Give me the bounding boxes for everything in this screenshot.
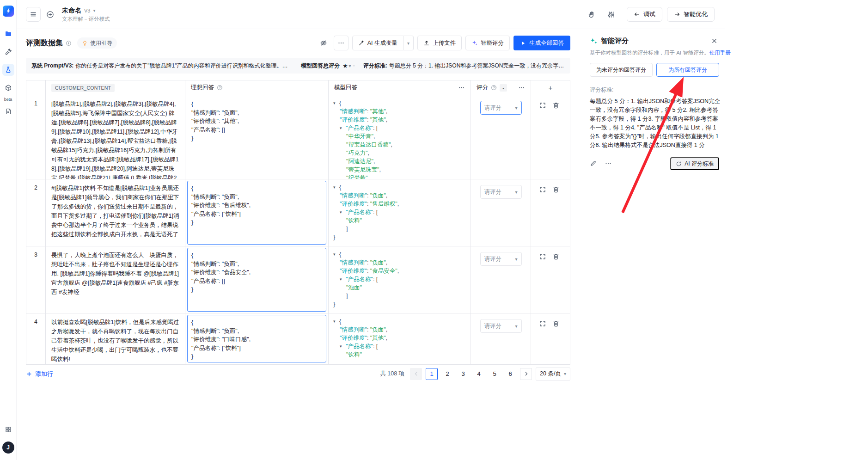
customer-content-cell[interactable]: #[脱敏品牌1]饮料 不知道是[脱敏品牌1]业务员黑还是[脱敏品牌1]领导黑心，…: [46, 179, 185, 246]
json-token: "中华牙膏": [346, 133, 373, 140]
ai-generate-variable-caret-button[interactable]: ▾: [403, 36, 414, 50]
page-button-5[interactable]: 5: [489, 368, 501, 380]
json-token: : [: [373, 209, 378, 215]
score-cell: 请评分 ▾: [471, 95, 531, 179]
prev-page-button[interactable]: [410, 368, 422, 380]
json-token: "其他": [370, 335, 386, 341]
delete-row-icon[interactable]: [552, 186, 560, 193]
model-answer-cell[interactable]: ▾{"情感判断": "其他","评价维度": "其他",▾"产品名称": ["中…: [329, 95, 471, 179]
ideal-answer-box[interactable]: { "情感判断": "负面", "评价维度": "口味口感", "产品名称": …: [187, 315, 326, 362]
tree-collapse-icon[interactable]: ▾: [333, 183, 339, 191]
usage-guide-pill[interactable]: 使用引导: [77, 37, 117, 49]
score-unscored-button[interactable]: 为未评分的回答评分: [590, 63, 653, 77]
page-button-2[interactable]: 2: [441, 368, 453, 380]
smart-optimize-button[interactable]: 智能优化: [667, 7, 715, 22]
ideal-answer-cell[interactable]: { "情感判断": "负面", "评价维度": "食品安全", "产品名称": …: [185, 246, 329, 313]
score-select[interactable]: 请评分 ▾: [480, 185, 522, 199]
next-page-button[interactable]: [520, 368, 532, 380]
ideal-answer-box[interactable]: { "情感判断": "负面", "评价维度": "其他", "产品名称": []…: [187, 97, 326, 178]
delete-row-icon[interactable]: [552, 253, 560, 260]
hide-answers-button[interactable]: [317, 37, 330, 49]
add-workspace-button[interactable]: [43, 8, 56, 21]
mode-subtitle: 文本理解－评分模式: [62, 16, 110, 23]
score-filter-chip[interactable]: -: [500, 84, 507, 92]
page-button-3[interactable]: 3: [457, 368, 469, 380]
edit-criteria-button[interactable]: [590, 160, 597, 167]
expand-row-icon[interactable]: [539, 186, 546, 193]
upload-file-button[interactable]: 上传文件: [417, 36, 462, 50]
customer-content-cell[interactable]: [脱敏品牌1],[脱敏品牌2],[脱敏品牌3],[脱敏品牌4],[脱敏品牌5],…: [46, 95, 185, 179]
ideal-answer-cell[interactable]: { "情感判断": "负面", "评价维度": "口味口感", "产品名称": …: [185, 313, 329, 364]
settings-sliders-button[interactable]: [605, 8, 617, 21]
customer-content-cell[interactable]: 以前挺喜欢喝[脱敏品牌1]饮料，但是后来感觉喝过之后喉咙发干，就不再喝饮料了，现…: [46, 313, 185, 364]
page-button-1[interactable]: 1: [426, 368, 438, 380]
page-size-select[interactable]: 20 条/页 ▾: [536, 368, 570, 380]
ai-generate-variable-button[interactable]: AI 生成变量: [352, 36, 403, 50]
score-all-button[interactable]: 为所有回答评分: [656, 63, 719, 77]
info-icon[interactable]: [66, 40, 72, 46]
add-row-button[interactable]: 添加行: [26, 370, 53, 378]
model-answer-cell[interactable]: ▾{"情感判断": "负面","评价维度": "其他",▾"产品名称": ["饮…: [329, 313, 471, 364]
page-button-6[interactable]: 6: [504, 368, 516, 380]
tree-collapse-icon[interactable]: ▾: [333, 99, 339, 107]
rail-item-apps[interactable]: [2, 423, 14, 435]
close-panel-button[interactable]: [711, 37, 718, 45]
tree-collapse-icon[interactable]: ▾: [333, 317, 339, 325]
model-answer-cell[interactable]: ▾{"情感判断": "负面","评价维度": "售后维权",▾"产品名称": […: [329, 179, 471, 246]
generate-all-answers-button[interactable]: 生成全部回答: [513, 36, 570, 50]
table-row: 2 #[脱敏品牌1]饮料 不知道是[脱敏品牌1]业务员黑还是[脱敏品牌1]领导黑…: [26, 179, 570, 246]
score-select[interactable]: 请评分 ▾: [480, 319, 522, 333]
rail-item-evaluation[interactable]: [2, 64, 14, 76]
tree-collapse-icon[interactable]: ▾: [333, 250, 339, 258]
expand-row-icon[interactable]: [539, 320, 546, 327]
tree-collapse-icon[interactable]: ▾: [340, 342, 346, 350]
menu-button[interactable]: [26, 7, 41, 22]
model-answer-cell[interactable]: ▾{"情感判断": "负面","评价维度": "食品安全",▾"产品名称": […: [329, 246, 471, 313]
json-token: ,: [373, 133, 375, 140]
criteria-more-button[interactable]: [605, 160, 612, 167]
score-caret-icon[interactable]: ▾: [349, 63, 351, 68]
model-column-more-icon[interactable]: [458, 84, 465, 91]
more-actions-button[interactable]: [334, 36, 348, 50]
expand-row-icon[interactable]: [539, 253, 546, 260]
rail-item-models[interactable]: [2, 82, 14, 94]
document-title[interactable]: 未命名: [62, 6, 81, 15]
panel-criteria-text[interactable]: 每题总分 5 分：1. 输出JSON和参考答案JSON完全一致，没有冗余字段和内…: [590, 97, 723, 150]
question-circle-icon[interactable]: [217, 85, 223, 91]
ideal-answer-box[interactable]: { "情感判断": "负面", "评价维度": "售后维权", "产品名称": …: [187, 181, 326, 245]
panel-subtitle: 基于你对模型回答的评分标准，用于 AI 智能评分。使用手册: [590, 49, 719, 56]
tree-collapse-icon[interactable]: ▾: [340, 208, 346, 216]
version-caret-icon[interactable]: ▾: [93, 8, 95, 13]
rail-item-tools[interactable]: [2, 46, 14, 58]
model-json-tree: ▾{"情感判断": "负面","评价维度": "其他",▾"产品名称": ["饮…: [333, 317, 466, 359]
tree-collapse-icon[interactable]: ▾: [340, 275, 346, 283]
ai-criteria-button[interactable]: AI 评分标准: [670, 157, 719, 170]
json-token: : [: [373, 343, 378, 350]
debug-button[interactable]: 调试: [627, 7, 662, 22]
smart-score-button[interactable]: 智能评分: [465, 36, 510, 50]
delete-row-icon[interactable]: [552, 102, 560, 109]
rail-item-docs[interactable]: [2, 105, 14, 117]
expand-row-icon[interactable]: [539, 102, 546, 109]
score-cell: 请评分 ▾: [471, 179, 531, 246]
add-column-header[interactable]: +: [531, 80, 570, 95]
page-button-4[interactable]: 4: [473, 368, 485, 380]
user-avatar[interactable]: J: [2, 442, 14, 454]
manual-link[interactable]: 使用手册: [709, 50, 731, 55]
ideal-answer-cell[interactable]: { "情感判断": "负面", "评价维度": "其他", "产品名称": []…: [185, 95, 329, 179]
score-select[interactable]: 请评分 ▾: [480, 252, 522, 266]
version-label[interactable]: V3: [84, 8, 90, 13]
system-prompt-bar[interactable]: 系统 Prompt/V3: 你的任务是对客户发布的关于"脱敏品牌1"产品的内容和…: [26, 58, 570, 74]
delete-row-icon[interactable]: [552, 320, 560, 327]
rail-item-projects[interactable]: [2, 28, 14, 40]
app-logo[interactable]: [3, 6, 14, 17]
customer-content-cell[interactable]: 畏惧了，大晚上煮个泡面还有这么大一块蛋白质，想吐吐不出来，肚子疼也不知道是生理还…: [46, 246, 185, 313]
pencil-icon: [590, 160, 597, 167]
ideal-answer-box[interactable]: { "情感判断": "负面", "评价维度": "食品安全", "产品名称": …: [187, 248, 326, 312]
score-column-more-icon[interactable]: [518, 84, 525, 91]
feedback-button[interactable]: [585, 8, 598, 21]
ideal-answer-cell[interactable]: { "情感判断": "负面", "评价维度": "售后维权", "产品名称": …: [185, 179, 329, 246]
score-info-icon[interactable]: [491, 85, 497, 91]
tree-collapse-icon[interactable]: ▾: [340, 124, 346, 132]
score-select[interactable]: 请评分 ▾: [480, 101, 522, 115]
